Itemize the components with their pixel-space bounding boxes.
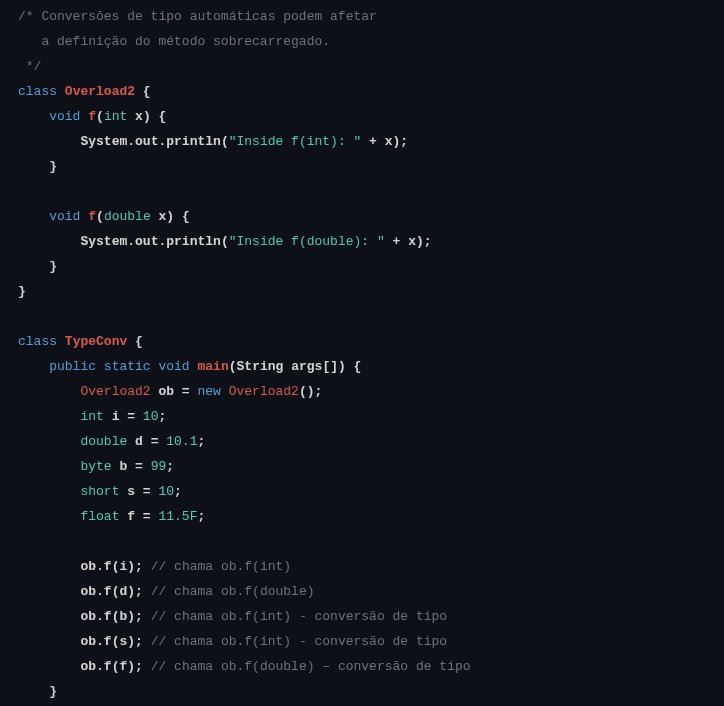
var-f: f [127,509,135,524]
keyword-class: class [18,334,57,349]
var-ob: ob [158,384,174,399]
method-println: println [166,234,221,249]
type-double: double [80,434,127,449]
class-name: Overload2 [65,84,135,99]
space [57,334,65,349]
paren-semi: ); [416,234,432,249]
line-comment: // chama ob.f(double) – conversão de tip… [151,659,471,674]
paren-semi-sp: ); [127,609,150,624]
paren: ( [96,109,104,124]
space [151,209,159,224]
brace: } [49,684,57,699]
dot: . [127,234,135,249]
brace: } [49,259,57,274]
space [190,359,198,374]
var-d: d [135,434,143,449]
dot: . [96,659,104,674]
brace: { [127,334,143,349]
paren-semi-sp: ); [127,559,150,574]
ident-x: x [385,134,393,149]
type-string: String [237,359,284,374]
code-editor[interactable]: /* Conversões de tipo automáticas podem … [18,4,724,706]
dot: . [127,134,135,149]
ident-ob: ob [80,584,96,599]
paren: ( [229,359,237,374]
type-short: short [80,484,119,499]
parens-semi: (); [299,384,322,399]
class-name: TypeConv [65,334,127,349]
dot: . [96,634,104,649]
line-comment: // chama ob.f(int) [151,559,291,574]
call-f: f [104,634,112,649]
type-int: int [104,109,127,124]
ident-ob: ob [80,634,96,649]
space [127,109,135,124]
type-overload2: Overload2 [80,384,150,399]
eq: = [127,459,150,474]
dot: . [96,584,104,599]
brace: { [135,84,151,99]
brace: } [18,284,26,299]
type-byte: byte [80,459,111,474]
dot: . [96,559,104,574]
ident-out: out [135,134,158,149]
num-99: 99 [151,459,167,474]
plus: + [385,234,408,249]
call-f: f [104,609,112,624]
ident-ob: ob [80,559,96,574]
plus: + [361,134,384,149]
dot: . [96,609,104,624]
comment-line: a definição do método sobrecarregado. [18,34,330,49]
paren-semi-sp: ); [127,634,150,649]
ident-system: System [80,134,127,149]
line-comment: // chama ob.f(int) - conversão de tipo [151,634,447,649]
paren-semi-sp: ); [127,584,150,599]
paren: ( [96,209,104,224]
brace: } [49,159,57,174]
keyword-void: void [49,209,80,224]
paren-brace: ) { [338,359,361,374]
var-s: s [127,484,135,499]
method-name: f [88,109,96,124]
comment-line: /* Conversões de tipo automáticas podem … [18,9,377,24]
eq: = [143,434,166,449]
param-x: x [135,109,143,124]
keyword-void: void [49,109,80,124]
keyword-new: new [197,384,220,399]
space [57,84,65,99]
method-println: println [166,134,221,149]
call-f: f [104,559,112,574]
paren: ( [221,134,229,149]
space [221,384,229,399]
semi: ; [158,409,166,424]
eq: = [174,384,197,399]
keyword-class: class [18,84,57,99]
num-10-1: 10.1 [166,434,197,449]
semi: ; [197,434,205,449]
string-literal: "Inside f(int): " [229,134,362,149]
num-11-5f: 11.5F [158,509,197,524]
keyword-static: static [104,359,151,374]
ident-system: System [80,234,127,249]
call-f: f [104,584,112,599]
method-main: main [198,359,229,374]
type-float: float [80,509,119,524]
space [127,434,135,449]
method-name: f [88,209,96,224]
semi: ; [174,484,182,499]
type-int: int [80,409,103,424]
num-10: 10 [143,409,159,424]
ident-ob: ob [80,659,96,674]
ctor-overload2: Overload2 [229,384,299,399]
brackets: [] [322,359,338,374]
call-f: f [104,659,112,674]
keyword-void: void [158,359,189,374]
line-comment: // chama ob.f(int) - conversão de tipo [151,609,447,624]
line-comment: // chama ob.f(double) [151,584,315,599]
space [96,359,104,374]
semi: ; [166,459,174,474]
space [283,359,291,374]
semi: ; [197,509,205,524]
paren-semi: ); [393,134,409,149]
param-args: args [291,359,322,374]
